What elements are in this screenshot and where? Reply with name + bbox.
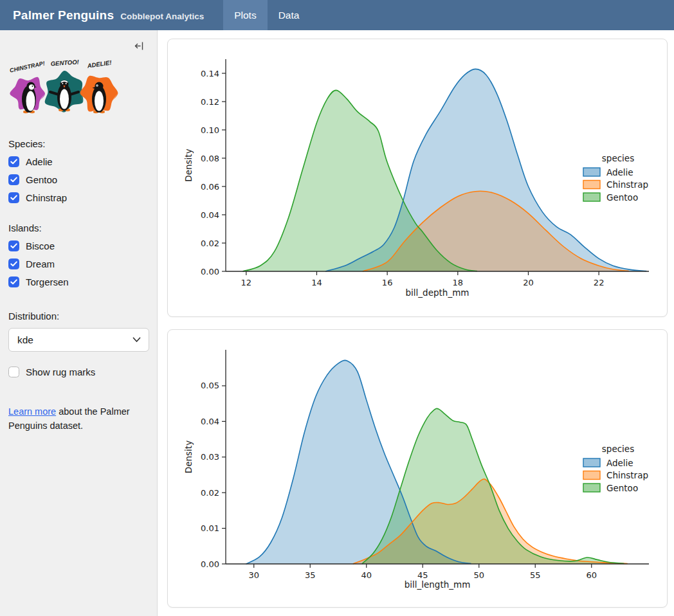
svg-text:30: 30 — [248, 570, 259, 580]
checkbox-island-biscoe[interactable]: Biscoe — [8, 240, 149, 251]
distribution-select[interactable]: kde — [8, 328, 149, 352]
checkbox-label: Dream — [26, 258, 55, 269]
distribution-select-value: kde — [17, 334, 33, 346]
svg-text:0.12: 0.12 — [201, 97, 219, 107]
svg-text:0.00: 0.00 — [201, 267, 219, 276]
svg-text:Gentoo: Gentoo — [606, 483, 638, 493]
chevron-down-icon — [132, 337, 141, 343]
checkbox-species-gentoo[interactable]: Gentoo — [8, 174, 149, 185]
distribution-label: Distribution: — [8, 311, 149, 322]
svg-text:55: 55 — [530, 570, 541, 580]
checkbox-island-dream[interactable]: Dream — [8, 258, 149, 269]
checkbox-box[interactable] — [8, 192, 19, 203]
checkbox-label: Gentoo — [26, 174, 57, 185]
kde-plot-bill-length: 303540455055600.000.010.020.030.040.05bi… — [168, 330, 667, 607]
learn-more-link[interactable]: Learn more — [8, 406, 56, 417]
check-icon — [10, 243, 17, 249]
check-icon — [10, 177, 17, 183]
app-title: Palmer Penguins — [13, 8, 114, 23]
svg-text:0.03: 0.03 — [201, 452, 219, 462]
svg-text:0.01: 0.01 — [201, 523, 219, 533]
svg-text:ADELIE!: ADELIE! — [86, 59, 112, 69]
checkbox-box[interactable] — [8, 240, 19, 251]
svg-text:0.04: 0.04 — [201, 417, 219, 426]
sidebar-collapse-button[interactable] — [134, 38, 145, 53]
checkbox-box[interactable] — [8, 156, 19, 167]
svg-text:species: species — [602, 153, 634, 163]
checkbox-label: Torgersen — [26, 276, 69, 287]
svg-text:0.04: 0.04 — [201, 210, 219, 220]
navbar-tabs: Plots Data — [223, 0, 310, 30]
artwork-label: CHINSTRAP! — [10, 60, 46, 73]
svg-text:0.02: 0.02 — [201, 239, 219, 248]
svg-text:0.14: 0.14 — [201, 69, 219, 78]
svg-text:60: 60 — [586, 570, 597, 580]
svg-text:22: 22 — [594, 278, 605, 287]
svg-text:Gentoo: Gentoo — [606, 192, 638, 203]
svg-text:40: 40 — [361, 570, 372, 580]
checkbox-species-adelie[interactable]: Adelie — [8, 156, 149, 167]
navbar-brand: Palmer Penguins Cobblepot Analytics — [0, 0, 204, 30]
checkbox-show-rug-marks[interactable]: Show rug marks — [8, 367, 149, 377]
svg-text:bill_depth_mm: bill_depth_mm — [406, 287, 469, 298]
check-icon — [10, 195, 17, 201]
svg-text:species: species — [602, 444, 634, 454]
islands-filter-label: Islands: — [8, 222, 149, 233]
svg-text:0.08: 0.08 — [201, 154, 219, 163]
svg-text:16: 16 — [382, 278, 393, 287]
sidebar: CHINSTRAP!GENTOO!ADELIE! Species: Adelie… — [0, 30, 158, 616]
tab-data[interactable]: Data — [268, 0, 311, 30]
svg-text:Adelie: Adelie — [606, 458, 633, 468]
kde-plot-bill-depth: 1214161820220.000.020.040.060.080.100.12… — [168, 39, 667, 316]
svg-text:Density: Density — [183, 149, 194, 181]
checkbox-label: Chinstrap — [26, 192, 67, 203]
svg-text:18: 18 — [453, 278, 464, 287]
card-bill-depth-plot: 1214161820220.000.020.040.060.080.100.12… — [167, 39, 668, 317]
svg-text:0.00: 0.00 — [201, 559, 219, 569]
svg-text:bill_length_mm: bill_length_mm — [405, 579, 471, 590]
card-bill-length-plot: 303540455055600.000.010.020.030.040.05bi… — [167, 329, 668, 608]
svg-text:12: 12 — [241, 278, 252, 287]
check-icon — [10, 279, 17, 285]
dataset-note: Learn more about the Palmer Penguins dat… — [8, 404, 140, 433]
tab-data-label: Data — [278, 10, 300, 21]
svg-text:0.06: 0.06 — [201, 182, 219, 192]
collapse-arrow-icon — [134, 41, 145, 51]
check-icon — [10, 159, 17, 165]
svg-text:0.10: 0.10 — [201, 125, 219, 135]
checkbox-label: Adelie — [26, 156, 53, 167]
svg-text:35: 35 — [305, 570, 316, 580]
checkbox-island-torgersen[interactable]: Torgersen — [8, 276, 149, 287]
checkbox-box[interactable] — [8, 276, 19, 287]
svg-text:14: 14 — [311, 278, 322, 287]
svg-text:45: 45 — [417, 570, 428, 580]
tab-plots[interactable]: Plots — [223, 0, 267, 30]
checkbox-box[interactable] — [8, 258, 19, 269]
check-icon — [10, 261, 17, 267]
checkbox-box[interactable] — [8, 367, 19, 377]
svg-text:Chinstrap: Chinstrap — [606, 179, 648, 190]
checkbox-species-chinstrap[interactable]: Chinstrap — [8, 192, 149, 203]
species-filter-label: Species: — [8, 138, 149, 149]
svg-text:0.02: 0.02 — [201, 488, 219, 498]
svg-text:20: 20 — [523, 278, 534, 287]
navbar: Palmer Penguins Cobblepot Analytics Plot… — [0, 0, 674, 30]
svg-text:0.05: 0.05 — [201, 381, 219, 390]
svg-text:GENTOO!: GENTOO! — [50, 59, 79, 68]
app-subtitle: Cobblepot Analytics — [120, 12, 204, 21]
svg-text:Density: Density — [183, 440, 194, 473]
svg-text:50: 50 — [473, 570, 484, 580]
svg-text:Chinstrap: Chinstrap — [606, 470, 648, 480]
checkbox-label: Show rug marks — [26, 367, 95, 377]
svg-text:Adelie: Adelie — [606, 167, 633, 177]
tab-plots-label: Plots — [234, 10, 256, 21]
checkbox-label: Biscoe — [26, 240, 55, 251]
penguin-artwork: CHINSTRAP!GENTOO!ADELIE! — [10, 59, 119, 118]
checkbox-box[interactable] — [8, 174, 19, 185]
